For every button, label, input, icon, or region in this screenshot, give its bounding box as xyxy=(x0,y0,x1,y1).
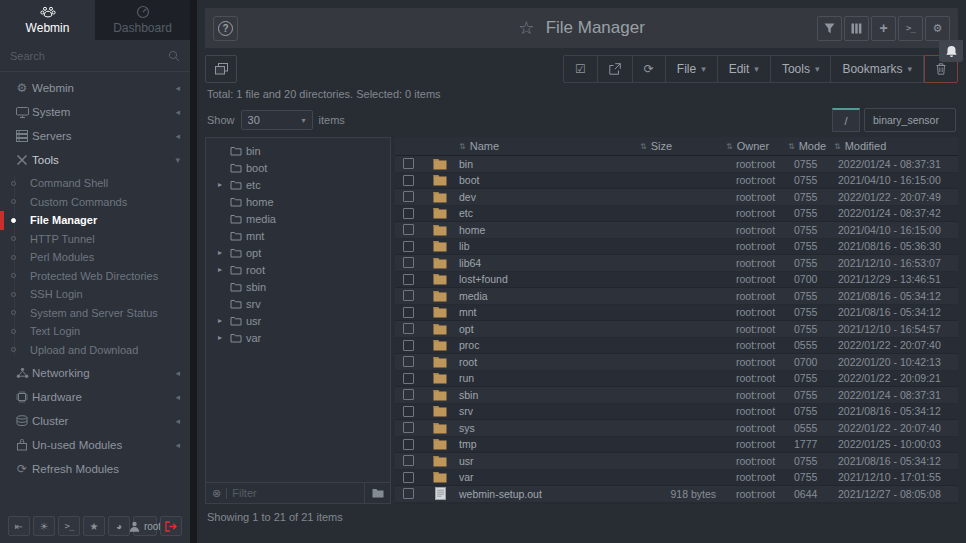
expander-icon[interactable]: ▸ xyxy=(214,316,226,325)
table-row-sbin[interactable]: sbin root:root 0755 2022/01/24 - 08:37:3… xyxy=(395,387,958,404)
columns-button[interactable] xyxy=(844,16,869,41)
sidebar-item-perl-modules[interactable]: Perl Modules xyxy=(0,248,190,267)
row-checkbox[interactable] xyxy=(403,439,414,450)
table-row-etc[interactable]: etc root:root 0755 2022/01/24 - 08:37:42 xyxy=(395,206,958,223)
sidebar-category-system[interactable]: System ◂ xyxy=(0,100,190,124)
tree-item-root[interactable]: ▸ root xyxy=(206,261,390,278)
column-header-name[interactable]: ⇅ Name xyxy=(459,140,626,152)
row-checkbox[interactable] xyxy=(403,208,414,219)
table-row-srv[interactable]: srv root:root 0755 2021/08/16 - 05:34:12 xyxy=(395,404,958,421)
row-checkbox[interactable] xyxy=(403,406,414,417)
sidebar-item-system-and-server-status[interactable]: System and Server Status xyxy=(0,304,190,323)
row-checkbox[interactable] xyxy=(403,290,414,301)
path-root-button[interactable]: / xyxy=(832,108,860,132)
row-checkbox[interactable] xyxy=(403,488,414,499)
row-checkbox[interactable] xyxy=(403,257,414,268)
column-header-owner[interactable]: ⇅ Owner xyxy=(726,140,788,152)
help-button[interactable]: ? xyxy=(213,16,238,41)
sidebar-category-webmin[interactable]: ⚙ Webmin ◂ xyxy=(0,76,190,100)
sidebar-category-networking[interactable]: Networking ◂ xyxy=(0,361,190,385)
sidebar-category-servers[interactable]: Servers ◂ xyxy=(0,124,190,148)
sidebar-item-command-shell[interactable]: Command Shell xyxy=(0,174,190,193)
row-checkbox[interactable] xyxy=(403,373,414,384)
row-checkbox[interactable] xyxy=(403,274,414,285)
tree-item-sbin[interactable]: sbin xyxy=(206,278,390,295)
sidebar-item-custom-commands[interactable]: Custom Commands xyxy=(0,193,190,212)
tree-item-var[interactable]: ▸ var xyxy=(206,329,390,346)
sidebar-item-http-tunnel[interactable]: HTTP Tunnel xyxy=(0,230,190,249)
row-checkbox[interactable] xyxy=(403,307,414,318)
stats-button[interactable]: ◕ xyxy=(108,516,130,536)
expander-icon[interactable]: ▸ xyxy=(214,333,226,342)
sidebar-item-text-login[interactable]: Text Login xyxy=(0,322,190,341)
row-checkbox[interactable] xyxy=(403,224,414,235)
path-search-input[interactable] xyxy=(864,108,956,132)
table-row-var[interactable]: var root:root 0755 2021/12/10 - 17:01:55 xyxy=(395,470,958,487)
menu-bookmarks-button[interactable]: Bookmarks▾ xyxy=(831,55,924,83)
row-checkbox[interactable] xyxy=(403,340,414,351)
settings-button[interactable]: ⚙ xyxy=(925,16,950,41)
table-row-boot[interactable]: boot root:root 0755 2021/04/10 - 16:15:0… xyxy=(395,173,958,190)
row-checkbox[interactable] xyxy=(403,158,414,169)
sidebar-category-un-used-modules[interactable]: Un-used Modules ◂ xyxy=(0,433,190,457)
tree-item-mnt[interactable]: mnt xyxy=(206,227,390,244)
sidebar-category-tools[interactable]: Tools ▾ xyxy=(0,148,190,172)
search-input[interactable] xyxy=(10,50,168,62)
table-row-root[interactable]: root root:root 0700 2022/01/20 - 10:42:1… xyxy=(395,354,958,371)
collapse-sidebar-button[interactable]: ⇤ xyxy=(8,516,30,536)
row-checkbox[interactable] xyxy=(403,472,414,483)
show-count-select[interactable]: 30 ▾ xyxy=(241,110,313,130)
menu-edit-button[interactable]: Edit▾ xyxy=(718,55,771,83)
table-row-dev[interactable]: dev root:root 0755 2022/01/22 - 20:07:49 xyxy=(395,189,958,206)
table-row-lib[interactable]: lib root:root 0755 2021/08/16 - 05:36:30 xyxy=(395,239,958,256)
paste-buffer-button[interactable] xyxy=(205,55,237,83)
tab-dashboard[interactable]: Dashboard xyxy=(95,0,190,40)
tree-item-opt[interactable]: ▸ opt xyxy=(206,244,390,261)
row-checkbox[interactable] xyxy=(403,175,414,186)
sidebar-category-cluster[interactable]: Cluster ◂ xyxy=(0,409,190,433)
sidebar-item-ssh-login[interactable]: SSH Login xyxy=(0,285,190,304)
row-checkbox[interactable] xyxy=(403,241,414,252)
tree-item-etc[interactable]: ▸ etc xyxy=(206,176,390,193)
row-checkbox[interactable] xyxy=(403,191,414,202)
column-header-size[interactable]: ⇅ Size xyxy=(626,140,726,152)
row-checkbox[interactable] xyxy=(403,455,414,466)
sidebar-item-protected-web-directories[interactable]: Protected Web Directories xyxy=(0,267,190,286)
tree-filter-input[interactable] xyxy=(232,487,364,499)
clear-filter-icon[interactable]: ⊗ xyxy=(212,487,221,500)
filter-button[interactable] xyxy=(817,16,842,41)
select-all-button[interactable]: ☑ xyxy=(563,55,598,83)
table-row-proc[interactable]: proc root:root 0555 2022/01/22 - 20:07:4… xyxy=(395,338,958,355)
table-row-mnt[interactable]: mnt root:root 0755 2021/08/16 - 05:34:12 xyxy=(395,305,958,322)
tree-item-home[interactable]: home xyxy=(206,193,390,210)
table-row-media[interactable]: media root:root 0755 2021/08/16 - 05:34:… xyxy=(395,288,958,305)
tree-item-media[interactable]: media xyxy=(206,210,390,227)
table-row-tmp[interactable]: tmp root:root 1777 2022/01/25 - 10:00:03 xyxy=(395,437,958,454)
expander-icon[interactable]: ▸ xyxy=(214,265,226,274)
menu-file-button[interactable]: File▾ xyxy=(666,55,718,83)
menu-tools-button[interactable]: Tools▾ xyxy=(771,55,832,83)
row-checkbox[interactable] xyxy=(403,356,414,367)
expander-icon[interactable]: ▸ xyxy=(214,180,226,189)
favorites-button[interactable]: ★ xyxy=(83,516,105,536)
export-button[interactable] xyxy=(598,55,633,83)
sidebar-category-hardware[interactable]: Hardware ◂ xyxy=(0,385,190,409)
tree-item-bin[interactable]: bin xyxy=(206,142,390,159)
theme-toggle-button[interactable]: ☀ xyxy=(33,516,55,536)
tree-item-usr[interactable]: ▸ usr xyxy=(206,312,390,329)
notifications-tab[interactable] xyxy=(939,40,963,62)
expander-icon[interactable]: ▸ xyxy=(214,248,226,257)
tree-folder-button[interactable] xyxy=(364,483,390,503)
tab-webmin[interactable]: Webmin xyxy=(0,0,95,40)
table-row-lost-found[interactable]: lost+found root:root 0700 2021/12/29 - 1… xyxy=(395,272,958,289)
sidebar-item-upload-and-download[interactable]: Upload and Download xyxy=(0,341,190,360)
tree-item-srv[interactable]: srv xyxy=(206,295,390,312)
add-button[interactable]: + xyxy=(871,16,896,41)
sidebar-item-file-manager[interactable]: File Manager xyxy=(0,211,190,230)
tree-item-boot[interactable]: boot xyxy=(206,159,390,176)
row-checkbox[interactable] xyxy=(403,323,414,334)
column-header-mode[interactable]: ⇅ Mode xyxy=(788,140,834,152)
user-button[interactable]: root xyxy=(133,516,157,536)
table-row-webmin-setup-out[interactable]: webmin-setup.out 918 bytes root:root 064… xyxy=(395,486,958,503)
table-row-opt[interactable]: opt root:root 0755 2021/12/10 - 16:54:57 xyxy=(395,321,958,338)
